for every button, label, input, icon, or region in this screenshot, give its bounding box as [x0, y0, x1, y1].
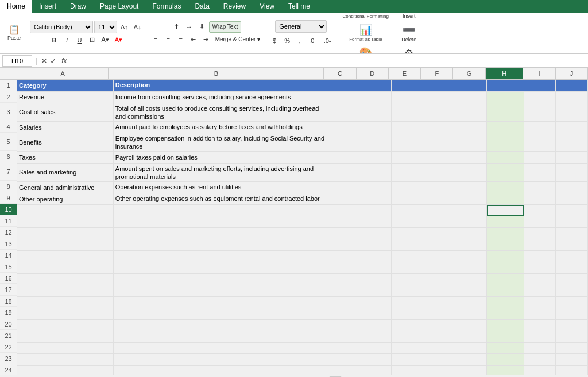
cell-C6[interactable]: [327, 151, 359, 163]
cell-A4[interactable]: Salaries: [17, 122, 113, 133]
cell-H10[interactable]: Categories!A1: [487, 205, 524, 216]
cell-G1[interactable]: [455, 80, 487, 91]
cell-F23[interactable]: [423, 354, 455, 366]
row-num-20[interactable]: 20: [0, 318, 17, 330]
row-num-13[interactable]: 13: [0, 238, 17, 250]
cell-C10[interactable]: [327, 205, 359, 216]
cell-G22[interactable]: [455, 343, 487, 354]
tab-home[interactable]: Home: [0, 0, 32, 13]
cell-H23[interactable]: [487, 354, 524, 366]
cell-I23[interactable]: [524, 354, 556, 366]
cell-D9[interactable]: [359, 193, 392, 205]
cell-H24[interactable]: [487, 366, 524, 375]
font-family-select[interactable]: Calibri (Body): [30, 21, 93, 33]
row-num-3[interactable]: 3: [0, 103, 17, 121]
cell-C12[interactable]: [327, 228, 359, 239]
cell-A16[interactable]: [17, 274, 113, 285]
cell-J23[interactable]: [556, 354, 588, 366]
tab-insert[interactable]: Insert: [32, 0, 63, 13]
cell-G11[interactable]: [455, 216, 487, 228]
bold-button[interactable]: B: [49, 34, 60, 46]
cell-C18[interactable]: [327, 297, 359, 308]
cell-G21[interactable]: [455, 331, 487, 343]
cell-F11[interactable]: [423, 216, 455, 228]
row-num-24[interactable]: 24: [0, 364, 17, 375]
cell-D22[interactable]: [359, 343, 392, 354]
tab-data[interactable]: Data: [188, 0, 216, 13]
cell-F16[interactable]: [423, 274, 455, 285]
cell-G6[interactable]: [455, 151, 487, 163]
cell-H7[interactable]: [487, 163, 524, 182]
cell-F20[interactable]: [423, 320, 455, 331]
decimal-decrease-button[interactable]: .0-: [322, 35, 334, 46]
cell-D5[interactable]: [359, 133, 392, 152]
cell-B11[interactable]: [113, 216, 327, 228]
cell-B13[interactable]: [113, 239, 327, 251]
cell-D24[interactable]: [359, 366, 392, 375]
cell-G20[interactable]: [455, 320, 487, 331]
formula-confirm-button[interactable]: ✓: [50, 56, 57, 65]
cell-G2[interactable]: [455, 91, 487, 103]
row-num-8[interactable]: 8: [0, 181, 17, 192]
cell-J24[interactable]: [556, 366, 588, 375]
cell-G12[interactable]: [455, 228, 487, 239]
merge-center-button[interactable]: Merge & Center ▾: [213, 34, 262, 45]
cell-D23[interactable]: [359, 354, 392, 366]
cell-I17[interactable]: [524, 285, 556, 297]
cell-G23[interactable]: [455, 354, 487, 366]
cell-J12[interactable]: [556, 228, 588, 239]
cell-A21[interactable]: [17, 331, 113, 343]
cell-E7[interactable]: [391, 163, 423, 182]
cell-E20[interactable]: [391, 320, 423, 331]
cell-F5[interactable]: [423, 133, 455, 152]
number-format-select[interactable]: General: [275, 20, 327, 33]
cell-F2[interactable]: [423, 91, 455, 103]
tab-view[interactable]: View: [253, 0, 281, 13]
cell-I5[interactable]: [524, 133, 556, 152]
cell-D16[interactable]: [359, 274, 392, 285]
cell-C19[interactable]: [327, 308, 359, 320]
cell-I1[interactable]: [524, 80, 556, 91]
cell-H3[interactable]: [487, 103, 524, 122]
col-header-A[interactable]: A: [17, 68, 109, 79]
cell-J8[interactable]: [556, 182, 588, 193]
cell-E4[interactable]: [391, 122, 423, 133]
cell-H14[interactable]: [487, 251, 524, 262]
cell-I22[interactable]: [524, 343, 556, 354]
cell-I4[interactable]: [524, 122, 556, 133]
comma-button[interactable]: ,: [294, 35, 305, 46]
cell-J5[interactable]: [556, 133, 588, 152]
row-num-7[interactable]: 7: [0, 162, 17, 181]
cell-E14[interactable]: [391, 251, 423, 262]
cell-D19[interactable]: [359, 308, 392, 320]
cell-G9[interactable]: [455, 193, 487, 205]
cell-D17[interactable]: [359, 285, 392, 297]
cell-I15[interactable]: [524, 262, 556, 274]
col-header-B[interactable]: B: [109, 68, 324, 79]
cell-F8[interactable]: [423, 182, 455, 193]
cell-F14[interactable]: [423, 251, 455, 262]
cell-D4[interactable]: [359, 122, 392, 133]
cell-J14[interactable]: [556, 251, 588, 262]
cell-C3[interactable]: [327, 103, 359, 122]
cell-J11[interactable]: [556, 216, 588, 228]
cell-C15[interactable]: [327, 262, 359, 274]
col-header-C[interactable]: C: [324, 68, 356, 79]
cell-F3[interactable]: [423, 103, 455, 122]
col-header-J[interactable]: J: [556, 68, 588, 79]
align-top-button[interactable]: ⬆: [171, 21, 183, 33]
cell-J3[interactable]: [556, 103, 588, 122]
cell-C13[interactable]: [327, 239, 359, 251]
cell-J10[interactable]: [556, 205, 588, 216]
cell-E11[interactable]: [391, 216, 423, 228]
cell-G5[interactable]: [455, 133, 487, 152]
formula-cancel-button[interactable]: ✕: [41, 56, 48, 65]
cell-A13[interactable]: [17, 239, 113, 251]
cell-E2[interactable]: [391, 91, 423, 103]
cell-F19[interactable]: [423, 308, 455, 320]
cell-J15[interactable]: [556, 262, 588, 274]
cell-A19[interactable]: [17, 308, 113, 320]
tab-tell-me[interactable]: Tell me: [281, 0, 317, 13]
cell-B12[interactable]: [113, 228, 327, 239]
cell-D12[interactable]: [359, 228, 392, 239]
